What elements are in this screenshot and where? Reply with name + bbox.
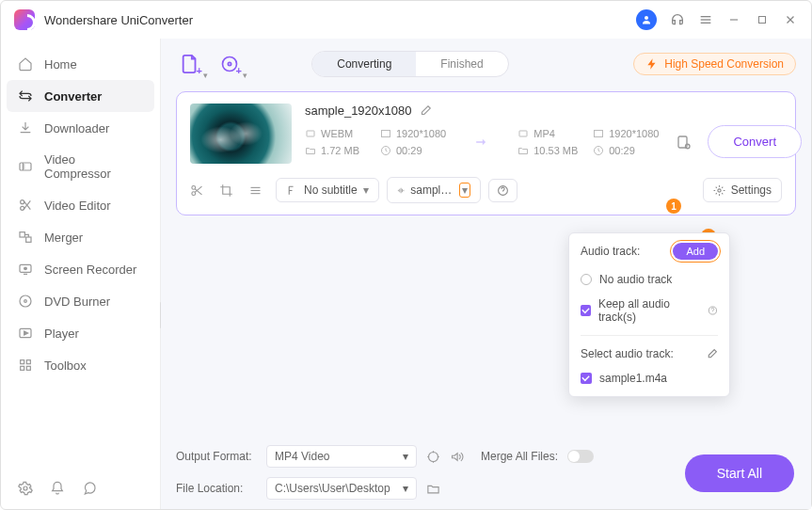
tab-converting[interactable]: Converting [312,52,416,76]
sidebar-item-recorder[interactable]: Screen Recorder [1,253,160,285]
app-title: Wondershare UniConverter [44,13,193,27]
file-location-select[interactable]: C:\Users\User\Desktop▾ [266,477,417,500]
svg-rect-18 [21,360,24,364]
toolbox-icon [18,358,33,373]
output-format-select[interactable]: MP4 Video▾ [266,445,417,468]
trim-icon[interactable] [190,183,204,198]
svg-point-10 [21,206,24,210]
svg-rect-28 [519,131,527,136]
svg-point-22 [24,486,27,490]
keep-all-option[interactable]: Keep all audio track(s) [569,292,729,329]
format-icon [305,128,316,139]
file-settings-button[interactable]: Settings [703,178,782,202]
sidebar-item-dvd[interactable]: DVD Burner [1,285,160,317]
volume-icon[interactable] [450,450,464,464]
output-format-label: Output Format: [176,450,257,463]
add-file-button[interactable]: +▾ [176,50,204,78]
notification-icon[interactable] [50,481,65,496]
svg-rect-21 [26,366,30,370]
add-dvd-button[interactable]: +▾ [215,50,244,78]
chevron-down-icon: ▾ [459,183,470,198]
gpu-icon[interactable] [426,450,440,464]
edit-icon[interactable] [706,348,718,360]
svg-point-41 [429,452,438,461]
audio-track-dropdown: Audio track: Add No audio track Keep all… [568,232,730,397]
svg-rect-26 [382,130,390,136]
rename-icon[interactable] [419,104,432,118]
svg-rect-8 [20,163,31,170]
file-name: sample_1920x1080 [305,104,411,118]
svg-point-9 [21,200,24,204]
minimize-button[interactable] [726,12,741,27]
recorder-icon [18,262,33,277]
chevron-down-icon: ▾ [363,183,369,197]
sidebar-item-label: Merger [44,231,83,245]
help-icon[interactable] [708,305,718,316]
tab-finished[interactable]: Finished [416,52,507,76]
svg-point-23 [223,57,237,72]
titlebar: Wondershare UniConverter [1,1,811,39]
sidebar-item-label: Video Compressor [44,152,143,181]
high-speed-conversion-button[interactable]: High Speed Conversion [633,53,796,75]
crop-icon[interactable] [219,183,233,198]
merge-toggle[interactable] [567,450,594,463]
compressor-icon [18,159,33,174]
checkbox-checked-icon [581,305,591,316]
svg-rect-12 [26,237,31,242]
sidebar-item-label: Video Editor [44,199,111,213]
video-thumbnail[interactable] [190,104,292,164]
open-folder-icon[interactable] [426,482,440,496]
account-icon[interactable] [636,9,657,30]
sidebar-item-compressor[interactable]: Video Compressor [1,144,160,189]
folder-icon [517,145,529,156]
sidebar-item-home[interactable]: Home [1,48,160,80]
svg-rect-25 [307,131,314,136]
add-audio-button[interactable]: Add [673,243,718,260]
file-location-label: File Location: [176,482,257,495]
subtitle-icon [286,184,298,197]
resolution-icon [593,128,604,139]
audio-icon [397,184,405,197]
sidebar-item-downloader[interactable]: Downloader [1,112,160,144]
main-panel: +▾ +▾ Converting Finished High Speed Con… [161,39,811,509]
audio-track-select[interactable]: sample1.m4a ▾ [387,177,481,203]
sidebar-item-editor[interactable]: Video Editor [1,189,160,221]
support-icon[interactable] [670,12,685,27]
sidebar-item-converter[interactable]: Converter [7,80,154,112]
settings-icon[interactable] [18,481,33,496]
svg-rect-29 [595,130,603,136]
editor-icon [18,198,33,213]
svg-rect-11 [20,232,24,237]
close-button[interactable] [783,12,798,27]
no-audio-option[interactable]: No audio track [569,267,729,292]
dropdown-title: Audio track: [581,245,640,258]
tab-group: Converting Finished [311,51,508,77]
clock-icon [593,145,604,156]
sidebar-item-toolbox[interactable]: Toolbox [1,349,160,381]
help-button[interactable] [488,179,517,202]
start-all-button[interactable]: Start All [685,454,794,492]
svg-point-32 [686,144,691,149]
sidebar-item-player[interactable]: Player [1,317,160,349]
audio-track-option[interactable]: sample1.m4a [569,366,729,390]
sidebar-item-merger[interactable]: Merger [1,221,160,253]
hsc-label: High Speed Conversion [664,57,784,71]
subtitle-select[interactable]: No subtitle ▾ [276,178,379,202]
sidebar-item-label: Converter [44,89,102,104]
player-icon [18,326,33,341]
menu-icon[interactable] [698,12,713,27]
svg-point-15 [20,295,31,307]
feedback-icon[interactable] [82,481,97,496]
arrow-icon [472,133,491,151]
maximize-button[interactable] [755,12,770,27]
sidebar-item-label: Downloader [44,121,109,135]
sidebar-item-label: DVD Burner [44,295,110,309]
effect-icon[interactable] [248,183,263,198]
clock-icon [380,145,391,156]
download-icon [18,120,33,135]
converter-icon [18,88,33,104]
home-icon [18,56,33,72]
output-settings-icon[interactable] [676,134,693,151]
convert-button[interactable]: Convert [708,125,802,158]
sidebar-item-label: Player [44,327,79,341]
